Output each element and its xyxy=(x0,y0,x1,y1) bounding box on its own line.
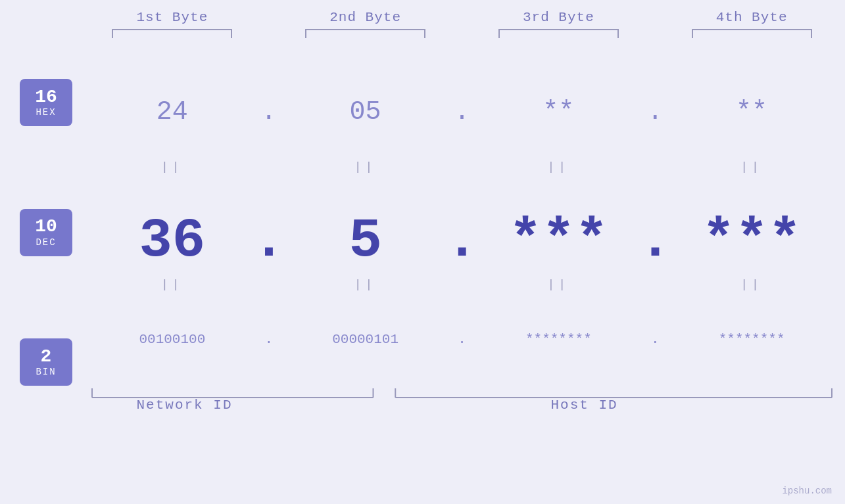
byte-3-bracket xyxy=(498,29,619,38)
bin-dot-1: . xyxy=(253,332,285,347)
hex-dot-3: . xyxy=(639,97,671,127)
hex-badge-label: HEX xyxy=(36,107,56,118)
bin-val-1: 00100100 xyxy=(92,332,253,347)
sep-row-2: || || || || xyxy=(92,275,832,294)
hex-dot-2: . xyxy=(446,97,479,127)
byte-1-bracket xyxy=(112,29,232,38)
byte-col-4: 4th Byte xyxy=(671,10,832,38)
byte-3-header: 3rd Byte xyxy=(523,10,594,25)
byte-4-bracket xyxy=(692,29,812,38)
bottom-section: Network ID Host ID Class A xyxy=(92,386,832,504)
byte-col-1: 1st Byte xyxy=(92,10,253,38)
bin-dot-3: . xyxy=(639,332,671,347)
byte-2-bracket xyxy=(305,29,425,38)
dec-dot-2: . xyxy=(446,214,479,269)
hex-val-3: ** xyxy=(479,97,639,127)
bin-dot-2: . xyxy=(446,332,479,347)
byte-headers-row: 1st Byte 2nd Byte 3rd Byte 4th Byte xyxy=(92,10,832,38)
sep-2-4: || xyxy=(671,278,832,291)
dec-val-2: 5 xyxy=(285,214,446,269)
dec-badge: 10 DEC xyxy=(20,209,72,256)
hex-val-1: 24 xyxy=(92,97,253,127)
dec-badge-label: DEC xyxy=(36,237,56,248)
sep-1-4: || xyxy=(671,160,832,173)
hex-val-2: 05 xyxy=(285,97,446,127)
byte-4-header: 4th Byte xyxy=(716,10,788,25)
dec-val-1: 36 xyxy=(92,214,253,269)
badges-column: 16 HEX 10 DEC 2 BIN xyxy=(13,79,79,386)
sep-row-1: || || || || xyxy=(92,158,832,176)
byte-col-2: 2nd Byte xyxy=(285,10,446,38)
hex-badge-number: 16 xyxy=(35,87,57,108)
byte-1-header: 1st Byte xyxy=(136,10,208,25)
dec-dot-3: . xyxy=(639,214,671,269)
hex-row: 24 . 05 . ** . ** xyxy=(92,66,832,158)
bin-row: 00100100 . 00000101 . ******** . *******… xyxy=(92,294,832,386)
byte-2-header: 2nd Byte xyxy=(329,10,401,25)
watermark: ipshu.com xyxy=(782,486,832,496)
dec-badge-number: 10 xyxy=(35,217,57,237)
bin-badge: 2 BIN xyxy=(20,338,72,386)
bin-badge-label: BIN xyxy=(36,367,56,377)
host-id-label: Host ID xyxy=(551,398,618,413)
bin-val-2: 00000101 xyxy=(285,332,446,347)
bin-val-3: ******** xyxy=(479,332,639,347)
network-id-label: Network ID xyxy=(137,398,233,413)
bin-val-4: ******** xyxy=(671,332,832,347)
bin-badge-number: 2 xyxy=(41,347,52,367)
sep-2-1: || xyxy=(92,278,253,291)
dec-val-3: *** xyxy=(479,214,639,269)
sep-1-2: || xyxy=(285,160,446,173)
hex-val-4: ** xyxy=(671,97,832,127)
sep-1-3: || xyxy=(479,160,639,173)
dec-dot-1: . xyxy=(253,214,285,269)
values-area: 24 . 05 . ** . ** || || || || 36 . 5 . *… xyxy=(92,66,832,386)
dec-val-4: *** xyxy=(671,214,832,269)
dec-row: 36 . 5 . *** . *** xyxy=(92,176,832,275)
sep-2-3: || xyxy=(479,278,639,291)
hex-dot-1: . xyxy=(253,97,285,127)
sep-1-1: || xyxy=(92,160,253,173)
sep-2-2: || xyxy=(285,278,446,291)
hex-badge: 16 HEX xyxy=(20,79,72,126)
ip-display: 1st Byte 2nd Byte 3rd Byte 4th Byte 16 H… xyxy=(0,0,845,504)
byte-col-3: 3rd Byte xyxy=(479,10,639,38)
